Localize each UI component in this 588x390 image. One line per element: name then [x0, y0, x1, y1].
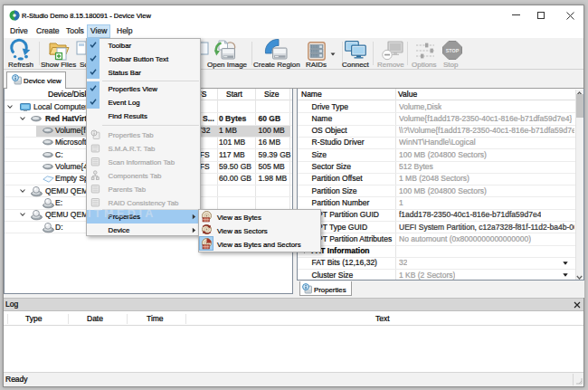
svg-text:STOP: STOP	[446, 48, 460, 53]
